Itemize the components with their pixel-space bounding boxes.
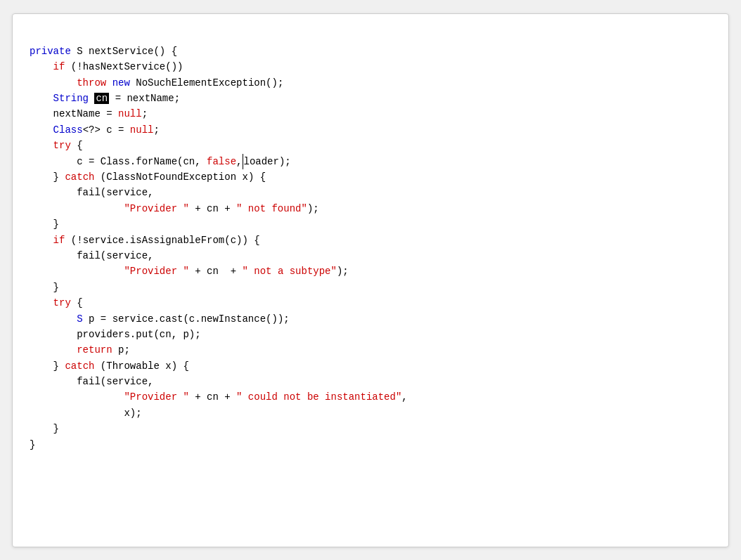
line-13: if (!service.isAssignableFrom(c)) { <box>30 235 260 246</box>
line-2: if (!hasNextService()) <box>30 61 183 72</box>
code-block: private S nextService() { if (!hasNextSe… <box>30 28 711 469</box>
line-19: providers.put(cn, p); <box>30 329 201 340</box>
line-15: "Provider " + cn + " not a subtype"); <box>30 266 349 277</box>
line-8: c = Class.forName(cn, false, loader); <box>30 156 291 167</box>
line-6: Class<?> c = null; <box>30 124 160 136</box>
line-22: fail(service, <box>30 376 153 387</box>
line-25: } <box>30 423 59 434</box>
code-container: private S nextService() { if (!hasNextSe… <box>12 13 729 547</box>
line-11: "Provider " + cn + " not found"); <box>30 203 319 214</box>
line-23: "Provider " + cn + " could not be instan… <box>30 391 408 403</box>
line-12: } <box>30 219 59 230</box>
line-1: private S nextService() { <box>30 46 177 57</box>
line-18: S p = service.cast(c.newInstance()); <box>30 313 290 325</box>
line-4: String cn = nextName; <box>30 93 180 104</box>
line-14: fail(service, <box>30 250 153 261</box>
line-17: try { <box>30 297 83 308</box>
line-16: } <box>30 282 59 293</box>
line-20: return p; <box>30 344 130 356</box>
line-21: } catch (Throwable x) { <box>30 360 189 372</box>
line-7: try { <box>30 140 83 151</box>
line-5: nextName = null; <box>30 108 148 119</box>
line-24: x); <box>30 408 142 419</box>
line-26: } <box>30 439 35 450</box>
line-3: throw new NoSuchElementException(); <box>30 77 283 89</box>
line-10: fail(service, <box>30 187 153 198</box>
line-9: } catch (ClassNotFoundException x) { <box>30 171 266 183</box>
